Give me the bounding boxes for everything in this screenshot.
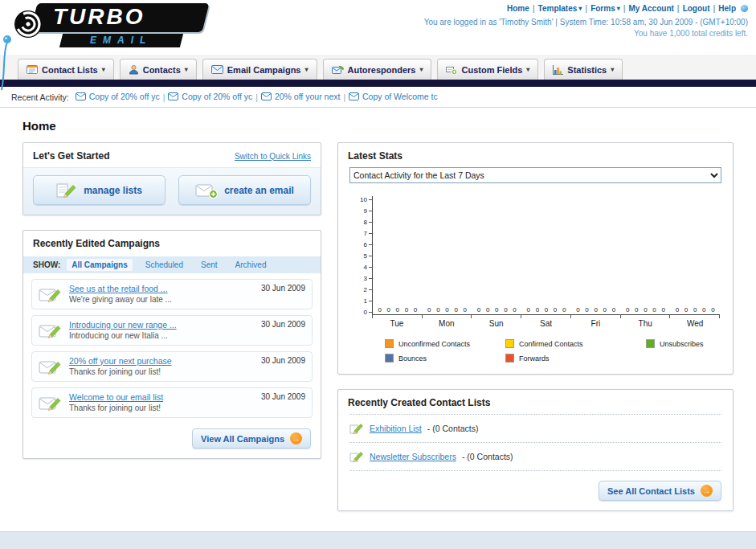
separator: | — [713, 4, 716, 13]
separator: | — [623, 4, 626, 13]
campaign-text: Introducing our new range ...Introducing… — [69, 320, 255, 340]
campaign-row[interactable]: Welcome to our email listThanks for join… — [31, 387, 313, 418]
bar-value-label: 0 — [445, 306, 448, 314]
arrow-right-icon: → — [701, 485, 713, 497]
nav-link-home[interactable]: Home — [507, 4, 529, 13]
y-tick-label: 4 — [364, 264, 367, 271]
campaign-filters: All CampaignsScheduledSentArchived — [67, 259, 271, 271]
see-all-contact-lists-button[interactable]: See All Contact Lists → — [599, 481, 721, 501]
bar-column: 0 — [395, 306, 399, 314]
decorative-dot — [741, 5, 748, 12]
bar-column: 0 — [635, 306, 639, 314]
filter-all-campaigns[interactable]: All Campaigns — [67, 259, 132, 271]
campaign-date: 30 Jun 2009 — [261, 392, 305, 401]
campaign-icon — [39, 357, 63, 376]
manage-lists-button[interactable]: manage lists — [33, 175, 166, 205]
filter-sent[interactable]: Sent — [196, 259, 223, 271]
bar-value-label: 0 — [386, 306, 390, 314]
campaign-title-link[interactable]: 20% off your next purchase — [69, 356, 255, 366]
campaign-row[interactable]: See us at the retail food ...We're givin… — [31, 279, 313, 309]
campaign-text: Welcome to our email listThanks for join… — [69, 392, 255, 412]
contact-list-row: Exhibition List- (0 Contacts) — [349, 414, 721, 443]
campaign-title-link[interactable]: See us at the retail food ... — [69, 284, 255, 293]
activity-chart: 109876543210 000000000000000000000000000… — [338, 183, 733, 374]
manage-lists-label: manage lists — [84, 185, 142, 196]
campaign-row[interactable]: Introducing our new range ...Introducing… — [31, 315, 313, 346]
nav-link-my-account[interactable]: My Account — [629, 4, 674, 13]
tab-email-campaigns[interactable]: Email Campaigns▾ — [202, 59, 317, 80]
campaign-date: 30 Jun 2009 — [261, 284, 305, 293]
activity-item[interactable]: Copy of 20% off yc — [76, 92, 160, 101]
tab-autoresponders[interactable]: Autoresponders▾ — [323, 59, 432, 80]
envelope-icon — [168, 92, 178, 100]
activity-item[interactable]: Copy of 20% off yc — [168, 92, 252, 101]
right-column: Latest Stats Contact Activity for the La… — [337, 142, 734, 511]
campaign-date: 30 Jun 2009 — [261, 320, 305, 329]
caret-down-icon: ▾ — [304, 66, 308, 73]
x-tick — [423, 315, 472, 318]
x-tick — [670, 315, 720, 318]
campaign-title-link[interactable]: Introducing our new range ... — [69, 320, 255, 330]
legend-item: Unconfirmed Contacts — [385, 339, 505, 348]
x-tick — [521, 315, 571, 318]
chart-plot-area: 00000000000000000000000000000000000 — [372, 196, 720, 315]
y-tick-label: 7 — [364, 230, 367, 237]
bar-column: 0 — [576, 306, 580, 314]
create-email-button[interactable]: create an email — [178, 175, 311, 205]
contact-list-link[interactable]: Newsletter Subscribers — [370, 452, 456, 461]
left-column: Let's Get Started Switch to Quick Links … — [22, 142, 321, 459]
caret-down-icon: ▾ — [102, 66, 105, 73]
y-tick-label: 6 — [364, 241, 367, 248]
bar-column: 0 — [675, 306, 679, 314]
separator: | — [163, 93, 166, 102]
separator: | — [533, 4, 535, 13]
caret-down-icon: ▾ — [611, 66, 614, 73]
bar-value-label: 0 — [576, 306, 579, 314]
bar-column: 0 — [427, 306, 431, 314]
filter-scheduled[interactable]: Scheduled — [141, 259, 188, 271]
x-axis-label: Tue — [372, 319, 422, 328]
tab-contacts[interactable]: Contacts▾ — [120, 59, 197, 80]
switch-quick-links-link[interactable]: Switch to Quick Links — [235, 152, 311, 161]
x-tick — [571, 315, 621, 318]
email-campaigns-icon — [211, 65, 223, 74]
envelope-icon — [349, 92, 359, 100]
campaign-row[interactable]: 20% off your next purchaseThanks for joi… — [31, 351, 313, 382]
nav-link-help[interactable]: Help — [718, 4, 736, 13]
x-axis-label: Sat — [521, 319, 571, 328]
tab-contact-lists[interactable]: Contact Lists▾ — [18, 59, 114, 80]
nav-link-templates[interactable]: Templates▾ — [538, 4, 582, 13]
tab-statistics[interactable]: Statistics▾ — [544, 59, 623, 80]
bar-value-label: 0 — [711, 306, 714, 314]
nav-link-logout[interactable]: Logout — [683, 4, 710, 13]
bar-value-label: 0 — [477, 306, 480, 314]
legend-swatch — [385, 354, 394, 363]
bar-column: 0 — [626, 306, 630, 314]
tab-custom-fields[interactable]: Custom Fields▾ — [437, 59, 538, 80]
nav-link-forms[interactable]: Forms▾ — [590, 4, 620, 13]
y-tick: 4 — [351, 264, 372, 270]
recent-campaigns-title: Recently Edited Campaigns — [33, 238, 160, 249]
y-tick-label: 2 — [364, 286, 367, 293]
contact-list-link[interactable]: Exhibition List — [370, 424, 422, 433]
filter-archived[interactable]: Archived — [231, 259, 272, 271]
bar-group: 00000 — [472, 306, 521, 314]
activity-item[interactable]: Copy of Welcome tc — [349, 92, 438, 101]
separator: | — [255, 93, 258, 102]
recent-contact-lists-panel: Recently Created Contact Lists Exhibitio… — [337, 389, 734, 511]
separator: | — [585, 4, 587, 13]
activity-item[interactable]: 20% off your next — [261, 92, 341, 101]
y-tick-label: 5 — [364, 252, 367, 260]
stats-range-select[interactable]: Contact Activity for the Last 7 Days — [349, 167, 721, 183]
view-all-campaigns-button[interactable]: View All Campaigns → — [192, 428, 311, 449]
get-started-body: manage lists create an email — [23, 167, 321, 215]
caret-down-icon: ▾ — [419, 66, 423, 73]
campaign-title-link[interactable]: Welcome to our email list — [69, 392, 255, 402]
bar-column: 0 — [445, 306, 449, 314]
legend-label: Unconfirmed Contacts — [398, 340, 470, 348]
activity-item-label: 20% off your next — [275, 92, 341, 101]
top-right-area: Home|Templates▾|Forms▾|My Account|Logout… — [424, 4, 748, 38]
bar-value-label: 0 — [554, 306, 557, 314]
latest-stats-panel: Latest Stats Contact Activity for the La… — [337, 142, 734, 375]
bar-value-label: 0 — [427, 306, 431, 314]
